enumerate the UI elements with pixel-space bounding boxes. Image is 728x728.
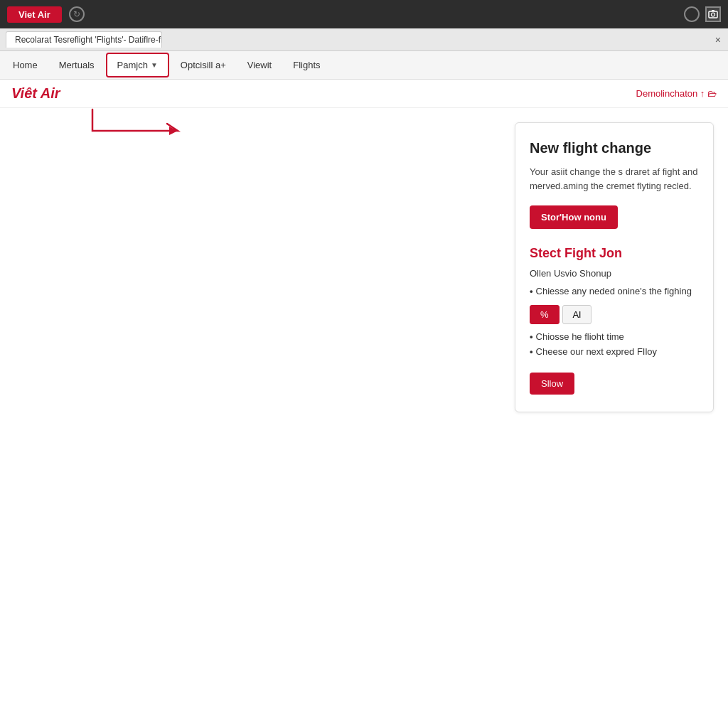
bullet-item-2: Chiossе he flioht time [530,331,699,342]
browser-icons [684,6,721,22]
refresh-icon[interactable]: ↻ [69,6,85,22]
tab-label: Recolarat Tesreflight 'Flights'- Datiflr… [15,35,162,45]
card-title-1: New flight change [530,140,699,156]
nav-optcisill-label: Optcisill a+ [181,60,226,70]
nav-viewit[interactable]: Viewit [237,54,282,76]
toggle-group: % Al [530,305,699,324]
app-logo-text: Viêt Air [11,85,60,101]
nav-home[interactable]: Home [3,54,48,76]
svg-rect-0 [709,11,717,18]
header-user[interactable]: Demolinchaton ↑ 🗁 [636,88,717,99]
bullet-item-3: Cheese our next expred FIloy [530,346,699,357]
sllow-button[interactable]: Sllow [530,373,574,395]
svg-rect-2 [712,10,714,11]
start-now-button[interactable]: Stor'How nonu [530,205,618,229]
app-container: Home Mertuals Pamjch ▼ Optcisill a+ View… [0,51,728,728]
card-subtitle: Ollen Usvio Shonup [530,268,699,279]
main-content: New flight change Your asiit change the … [0,108,728,427]
app-logo: Viêt Air [11,85,60,102]
toggle-percent[interactable]: % [530,305,560,324]
browser-tab[interactable]: Recolarat Tesreflight 'Flights'- Datiflr… [6,31,162,48]
card-description: Your asiit change the s draret af fight … [530,165,699,193]
app-header: Viêt Air Demolinchaton ↑ 🗁 [0,80,728,108]
bullet-list-2: Chiossе he flioht time Cheese our next e… [530,331,699,357]
card-title-2: Stect Fight Jon [530,246,699,261]
camera-icon[interactable] [705,6,721,22]
bullet-item-1: Chiesse any neded onine's the fighing [530,286,699,296]
left-panel [14,122,500,412]
nav-pamjch-arrow: ▼ [151,61,158,69]
nav-wrapper: Home Mertuals Pamjch ▼ Optcisill a+ View… [0,51,728,80]
browser-logo: Viet Air [7,6,62,23]
tab-bar-close-icon[interactable]: × [715,34,721,46]
app-nav: Home Mertuals Pamjch ▼ Optcisill a+ View… [0,51,728,80]
browser-bar: Viet Air ↻ [0,0,728,28]
nav-pamjch-label: Pamjch [117,60,148,70]
nav-optcisill[interactable]: Optcisill a+ [171,54,236,76]
minimize-icon[interactable] [684,6,700,22]
nav-flights[interactable]: Flights [283,54,330,76]
toggle-al[interactable]: Al [562,305,592,324]
nav-pamjch[interactable]: Pamjch ▼ [106,53,169,77]
right-card: New flight change Your asiit change the … [515,122,714,412]
bullet-list: Chiesse any neded onine's the fighing [530,286,699,296]
nav-mertuals[interactable]: Mertuals [49,54,105,76]
tab-bar: Recolarat Tesreflight 'Flights'- Datiflr… [0,28,728,51]
svg-point-1 [712,13,715,16]
